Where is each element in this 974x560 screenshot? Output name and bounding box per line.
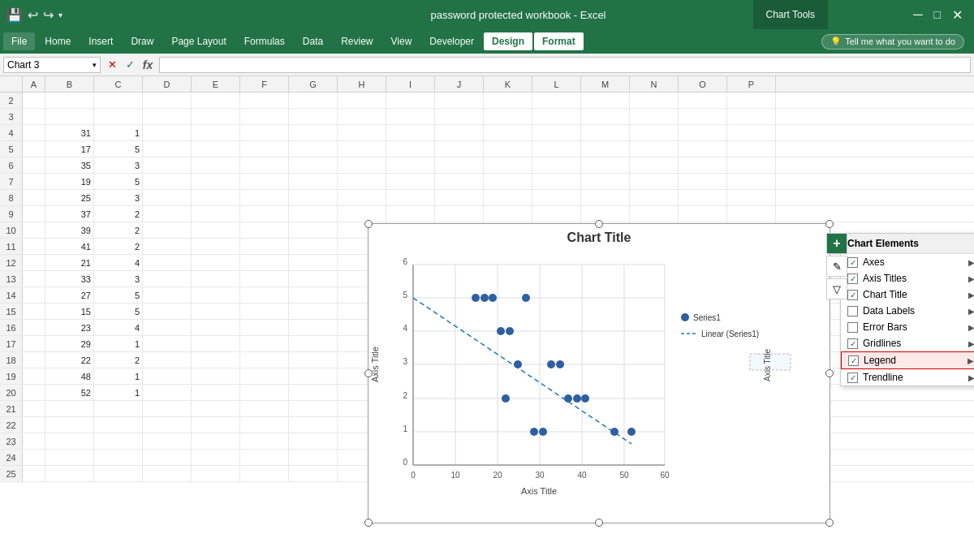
cell[interactable]: 25 (45, 190, 94, 205)
col-header-o[interactable]: O (679, 76, 727, 92)
cell[interactable]: 1 (94, 336, 143, 351)
cell[interactable] (289, 190, 338, 205)
cell[interactable] (94, 93, 143, 108)
cell[interactable] (192, 157, 240, 173)
cell[interactable] (240, 190, 289, 205)
cell[interactable] (435, 141, 484, 157)
cell[interactable] (23, 336, 45, 351)
formula-input[interactable] (159, 57, 971, 73)
cell[interactable] (727, 190, 776, 205)
ce-gridlines-arrow[interactable]: ▶ (968, 339, 974, 348)
cell[interactable] (192, 368, 240, 384)
cell[interactable] (192, 401, 240, 416)
cell[interactable] (240, 255, 289, 270)
cell[interactable] (679, 141, 727, 157)
cell[interactable] (289, 109, 338, 124)
col-header-i[interactable]: I (386, 76, 435, 92)
cell[interactable] (435, 190, 484, 205)
cell[interactable] (240, 417, 289, 433)
cell[interactable] (630, 206, 679, 222)
cell[interactable] (23, 450, 45, 465)
cell[interactable] (386, 190, 435, 205)
cell[interactable] (143, 93, 192, 108)
cell[interactable] (23, 206, 45, 222)
cell[interactable] (143, 157, 192, 173)
cell[interactable] (630, 109, 679, 124)
cell[interactable]: 15 (45, 304, 94, 319)
cell[interactable] (23, 141, 45, 157)
cell[interactable] (484, 174, 532, 189)
ce-axis-titles-checkbox[interactable] (847, 274, 858, 284)
cell[interactable]: 5 (94, 304, 143, 319)
cell[interactable] (143, 433, 192, 449)
cell[interactable] (192, 271, 240, 286)
cell[interactable] (192, 93, 240, 108)
cell[interactable]: 52 (45, 385, 94, 400)
ce-trendline-arrow[interactable]: ▶ (968, 373, 974, 382)
cell[interactable]: 17 (45, 141, 94, 157)
cell[interactable] (23, 287, 45, 303)
cell[interactable] (727, 206, 776, 222)
cell[interactable] (240, 352, 289, 368)
cell[interactable] (192, 417, 240, 433)
cell[interactable] (338, 141, 386, 157)
cell[interactable] (94, 433, 143, 449)
cell[interactable] (94, 450, 143, 465)
cell[interactable] (581, 206, 630, 222)
ce-trendline-checkbox[interactable] (847, 373, 858, 383)
cell[interactable] (23, 109, 45, 124)
cell[interactable] (240, 93, 289, 108)
cell[interactable] (338, 190, 386, 205)
cell[interactable] (192, 255, 240, 270)
cell[interactable] (338, 206, 386, 222)
cell[interactable] (23, 401, 45, 416)
cell[interactable] (532, 174, 581, 189)
cell[interactable] (240, 466, 289, 481)
ce-error-bars-checkbox[interactable] (847, 322, 858, 333)
cell[interactable]: 5 (94, 174, 143, 189)
ce-gridlines-checkbox[interactable] (847, 338, 858, 349)
cell[interactable] (240, 239, 289, 254)
cell[interactable] (532, 125, 581, 140)
cell[interactable] (289, 255, 338, 270)
tell-me-box[interactable]: 💡 Tell me what you want to do (821, 34, 964, 50)
col-header-m[interactable]: M (581, 76, 630, 92)
cell[interactable]: 35 (45, 157, 94, 173)
cell[interactable] (630, 190, 679, 205)
name-box[interactable]: Chart 3 ▾ (3, 57, 101, 73)
cell[interactable] (289, 174, 338, 189)
cell[interactable]: 22 (45, 352, 94, 368)
cell[interactable]: 5 (94, 287, 143, 303)
cell[interactable] (192, 239, 240, 254)
cell[interactable] (338, 125, 386, 140)
col-header-e[interactable]: E (192, 76, 240, 92)
cell[interactable] (581, 174, 630, 189)
quick-access-arrow[interactable]: ▾ (58, 11, 62, 19)
cell[interactable] (289, 141, 338, 157)
save-icon[interactable]: 💾 (6, 7, 23, 23)
cell[interactable] (45, 466, 94, 481)
cell[interactable] (143, 141, 192, 157)
cell[interactable] (581, 93, 630, 108)
ce-chart-title[interactable]: Chart Title ▶ (841, 286, 974, 303)
cell[interactable] (143, 190, 192, 205)
cell[interactable] (192, 174, 240, 189)
cell[interactable]: 33 (45, 271, 94, 286)
cell[interactable] (581, 157, 630, 173)
cell[interactable] (289, 433, 338, 449)
cell[interactable]: 48 (45, 368, 94, 384)
cell[interactable] (240, 450, 289, 465)
cell[interactable]: 23 (45, 320, 94, 335)
cell[interactable] (192, 304, 240, 319)
cell[interactable] (435, 93, 484, 108)
cell[interactable]: 41 (45, 239, 94, 254)
cell[interactable] (192, 385, 240, 400)
col-header-l[interactable]: L (532, 76, 581, 92)
cell[interactable] (386, 125, 435, 140)
cell[interactable] (192, 466, 240, 481)
cell[interactable] (289, 417, 338, 433)
cell[interactable] (289, 336, 338, 351)
cell[interactable] (94, 417, 143, 433)
cell[interactable] (192, 141, 240, 157)
cell[interactable] (338, 174, 386, 189)
